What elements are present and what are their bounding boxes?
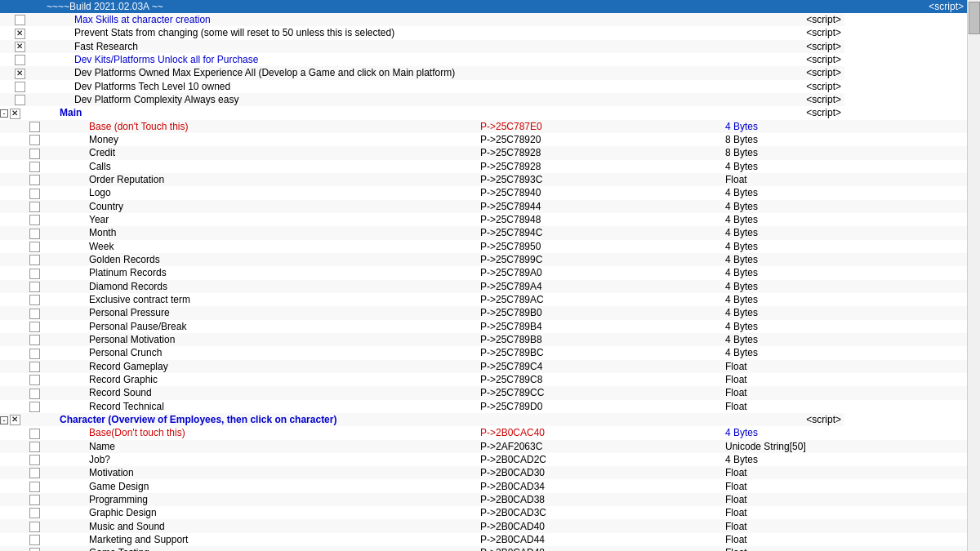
content-area[interactable]: ~~~~Build 2021.02.03A ~~<script>Max Skil… bbox=[0, 0, 967, 551]
checkbox[interactable] bbox=[29, 508, 40, 518]
table-row[interactable]: MonthP->25C7894C4 Bytes bbox=[0, 226, 967, 239]
checkbox[interactable] bbox=[15, 55, 25, 65]
checkbox[interactable] bbox=[29, 322, 40, 332]
table-row[interactable]: Order ReputationP->25C7893CFloat bbox=[0, 173, 967, 186]
checkbox[interactable]: ✕ bbox=[15, 29, 25, 39]
checkbox[interactable]: ✕ bbox=[15, 69, 25, 79]
table-row[interactable]: MotivationP->2B0CAD30Float bbox=[0, 466, 967, 479]
checkbox[interactable]: ✕ bbox=[10, 415, 20, 425]
table-row[interactable]: -✕Main<script> bbox=[0, 106, 967, 119]
checkbox[interactable] bbox=[29, 402, 40, 412]
table-row[interactable]: Dev Kits/Platforms Unlock all for Purcha… bbox=[0, 53, 967, 66]
checkbox-cell bbox=[0, 186, 43, 199]
table-row[interactable]: Dev Platforms Tech Level 10 owned<script… bbox=[0, 80, 967, 93]
checkbox[interactable] bbox=[29, 135, 40, 145]
table-row[interactable]: Base (don't Touch this)P->25C787E04 Byte… bbox=[0, 120, 967, 133]
checkbox-cell bbox=[0, 293, 43, 306]
entry-name: Golden Records bbox=[43, 253, 477, 266]
entry-name-text: Dev Platform Complexity Always easy bbox=[74, 94, 238, 105]
table-row[interactable]: Max Skills at character creation<script> bbox=[0, 13, 967, 26]
table-row[interactable]: CreditP->25C789288 Bytes bbox=[0, 146, 967, 159]
table-row[interactable]: Personal Pause/BreakP->25C789B44 Bytes bbox=[0, 320, 967, 333]
table-row[interactable]: Platinum RecordsP->25C789A04 Bytes bbox=[0, 266, 967, 279]
checkbox[interactable] bbox=[15, 15, 25, 25]
entry-name: Year bbox=[43, 213, 477, 226]
checkbox[interactable] bbox=[29, 468, 40, 478]
table-row[interactable]: Exclusive contract termP->25C789AC4 Byte… bbox=[0, 293, 967, 306]
table-row[interactable]: Game DesignP->2B0CAD34Float bbox=[0, 479, 967, 492]
entry-name: Personal Crunch bbox=[43, 346, 477, 359]
checkbox[interactable] bbox=[29, 202, 40, 212]
scrollbar[interactable] bbox=[967, 0, 980, 551]
checkbox[interactable] bbox=[29, 442, 40, 452]
checkbox[interactable] bbox=[29, 389, 40, 399]
scrollbar-thumb[interactable] bbox=[969, 2, 980, 34]
checkbox[interactable] bbox=[29, 482, 40, 492]
expand-icon[interactable]: - bbox=[0, 109, 8, 118]
checkbox[interactable] bbox=[29, 229, 40, 239]
checkbox[interactable] bbox=[29, 495, 40, 505]
table-row[interactable]: Personal PressureP->25C789B04 Bytes bbox=[0, 306, 967, 319]
checkbox[interactable] bbox=[29, 215, 40, 225]
table-row[interactable]: MoneyP->25C789208 Bytes bbox=[0, 133, 967, 146]
checkbox[interactable] bbox=[29, 295, 40, 305]
table-row[interactable]: ~~~~Build 2021.02.03A ~~<script> bbox=[0, 0, 967, 13]
table-row[interactable]: YearP->25C789484 Bytes bbox=[0, 213, 967, 226]
checkbox[interactable] bbox=[29, 162, 40, 172]
checkbox[interactable] bbox=[29, 522, 40, 532]
checkbox-cell bbox=[0, 160, 43, 173]
table-row[interactable]: Game TestingP->2B0CAD48Float bbox=[0, 546, 967, 551]
table-row[interactable]: WeekP->25C789504 Bytes bbox=[0, 240, 967, 253]
table-row[interactable]: Job?P->2B0CAD2C4 Bytes bbox=[0, 453, 967, 466]
checkbox[interactable] bbox=[29, 375, 40, 385]
checkbox[interactable] bbox=[29, 189, 40, 199]
checkbox[interactable] bbox=[29, 149, 40, 159]
table-row[interactable]: Record GraphicP->25C789C8Float bbox=[0, 373, 967, 386]
table-row[interactable]: Personal CrunchP->25C789BC4 Bytes bbox=[0, 346, 967, 359]
expand-icon[interactable]: - bbox=[0, 416, 8, 424]
table-row[interactable]: CountryP->25C789444 Bytes bbox=[0, 200, 967, 213]
checkbox[interactable] bbox=[15, 82, 25, 92]
table-row[interactable]: ✕Dev Platforms Owned Max Experience All … bbox=[0, 66, 967, 79]
table-row[interactable]: Diamond RecordsP->25C789A44 Bytes bbox=[0, 280, 967, 293]
table-row[interactable]: ProgrammingP->2B0CAD38Float bbox=[0, 493, 967, 506]
checkbox[interactable] bbox=[29, 242, 40, 252]
checkbox[interactable] bbox=[29, 335, 40, 345]
checkbox-cell bbox=[0, 133, 43, 146]
checkbox[interactable] bbox=[29, 282, 40, 292]
checkbox[interactable] bbox=[15, 95, 25, 105]
entry-value bbox=[844, 360, 967, 373]
table-row[interactable]: Golden RecordsP->25C7899C4 Bytes bbox=[0, 253, 967, 266]
checkbox[interactable] bbox=[29, 429, 40, 439]
table-row[interactable]: NameP->2AF2063CUnicode String[50] bbox=[0, 440, 967, 453]
checkbox[interactable] bbox=[29, 455, 40, 465]
table-row[interactable]: Marketing and SupportP->2B0CAD44Float bbox=[0, 533, 967, 546]
table-row[interactable]: LogoP->25C789404 Bytes bbox=[0, 186, 967, 199]
table-row[interactable]: Personal MotivationP->25C789B84 Bytes bbox=[0, 333, 967, 346]
checkbox[interactable] bbox=[29, 535, 40, 545]
checkbox[interactable] bbox=[29, 349, 40, 359]
checkbox[interactable]: ✕ bbox=[10, 109, 20, 119]
checkbox[interactable] bbox=[29, 362, 40, 372]
table-row[interactable]: -✕Character (Overview of Employees, then… bbox=[0, 413, 967, 426]
table-row[interactable]: Record GameplayP->25C789C4Float bbox=[0, 360, 967, 373]
entry-type: 4 Bytes bbox=[722, 253, 844, 266]
checkbox[interactable] bbox=[29, 255, 40, 265]
table-row[interactable]: Graphic DesignP->2B0CAD3CFloat bbox=[0, 506, 967, 519]
table-row[interactable]: ✕Fast Research<script> bbox=[0, 40, 967, 53]
checkbox[interactable] bbox=[29, 122, 40, 132]
table-row[interactable]: CallsP->25C789284 Bytes bbox=[0, 160, 967, 173]
table-row[interactable]: Music and SoundP->2B0CAD40Float bbox=[0, 519, 967, 532]
checkbox[interactable]: ✕ bbox=[15, 42, 25, 52]
checkbox[interactable] bbox=[29, 548, 40, 551]
table-row[interactable]: Record SoundP->25C789CCFloat bbox=[0, 386, 967, 399]
checkbox[interactable] bbox=[29, 309, 40, 319]
entry-name-text: Fast Research bbox=[74, 41, 138, 52]
table-row[interactable]: Base(Don't touch this)P->2B0CAC404 Bytes bbox=[0, 426, 967, 439]
table-row[interactable]: Record TechnicalP->25C789D0Float bbox=[0, 400, 967, 413]
entry-name: Platinum Records bbox=[43, 266, 477, 279]
checkbox[interactable] bbox=[29, 269, 40, 279]
table-row[interactable]: ✕Prevent Stats from changing (some will … bbox=[0, 26, 967, 39]
table-row[interactable]: Dev Platform Complexity Always easy<scri… bbox=[0, 93, 967, 106]
checkbox[interactable] bbox=[29, 175, 40, 185]
